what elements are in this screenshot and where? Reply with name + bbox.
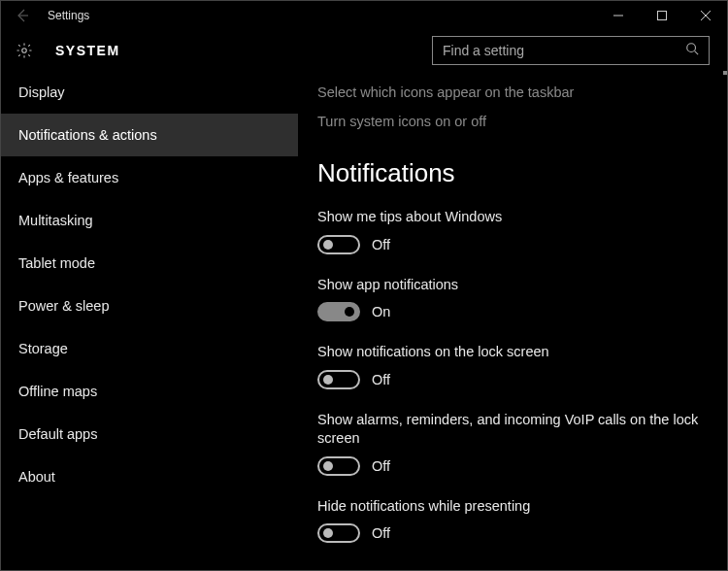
sidebar-item-label: Display xyxy=(18,84,65,100)
scroll-up-indicator[interactable] xyxy=(723,71,727,79)
link-system-icons[interactable]: Turn system icons on or off xyxy=(317,114,708,129)
section-title: SYSTEM xyxy=(55,43,120,58)
toggle-row: On xyxy=(317,302,708,321)
titlebar: Settings xyxy=(1,1,727,30)
toggle-row: Off xyxy=(317,456,708,476)
sidebar-item-label: Power & sleep xyxy=(18,298,110,314)
sidebar-item-offline-maps[interactable]: Offline maps xyxy=(1,370,298,413)
svg-point-1 xyxy=(22,49,27,53)
toggle-state: Off xyxy=(372,372,390,387)
sidebar-item-multitasking[interactable]: Multitasking xyxy=(1,199,298,242)
close-button[interactable] xyxy=(683,1,727,30)
link-select-taskbar-icons[interactable]: Select which icons appear on the taskbar xyxy=(317,84,708,100)
setting-label: Show notifications on the lock screen xyxy=(317,343,708,362)
toggle-state: On xyxy=(372,304,390,319)
setting-label: Show me tips about Windows xyxy=(317,208,708,227)
settings-header: SYSTEM xyxy=(1,30,727,71)
sidebar-item-label: Default apps xyxy=(18,426,97,442)
window-controls xyxy=(596,1,727,30)
toggle-knob xyxy=(323,240,333,250)
setting-label: Show app notifications xyxy=(317,276,708,295)
window-title: Settings xyxy=(44,9,89,22)
toggle-row: Off xyxy=(317,235,708,254)
search-box[interactable] xyxy=(432,36,710,65)
search-input[interactable] xyxy=(443,43,685,58)
sidebar-item-label: Offline maps xyxy=(18,384,97,399)
sidebar-item-tablet-mode[interactable]: Tablet mode xyxy=(1,242,298,285)
toggle-knob xyxy=(345,307,354,317)
toggle-row: Off xyxy=(317,370,708,389)
toggle-state: Off xyxy=(372,237,390,252)
search-icon xyxy=(685,42,699,59)
setting-label: Hide notifications while presenting xyxy=(317,497,708,517)
sidebar-item-storage[interactable]: Storage xyxy=(1,327,298,370)
sidebar-item-about[interactable]: About xyxy=(1,455,298,498)
sidebar-item-label: Apps & features xyxy=(18,170,118,185)
sidebar-item-label: Storage xyxy=(18,341,68,356)
setting-alarms-lock-screen: Show alarms, reminders, and incoming VoI… xyxy=(317,411,708,476)
sidebar-item-label: Notifications & actions xyxy=(18,127,157,143)
toggle-tips[interactable] xyxy=(317,235,360,254)
notifications-heading: Notifications xyxy=(317,158,708,188)
setting-lock-screen: Show notifications on the lock screen Of… xyxy=(317,343,708,389)
sidebar-item-label: Tablet mode xyxy=(18,255,95,271)
setting-label: Show alarms, reminders, and incoming VoI… xyxy=(317,411,708,449)
main-content: Select which icons appear on the taskbar… xyxy=(298,71,727,570)
gear-icon xyxy=(15,41,34,60)
sidebar-item-label: Multitasking xyxy=(18,213,93,228)
toggle-row: Off xyxy=(317,523,708,543)
maximize-icon xyxy=(657,11,667,20)
minimize-icon xyxy=(613,11,623,20)
body: Display Notifications & actions Apps & f… xyxy=(1,71,727,570)
toggle-hide-presenting[interactable] xyxy=(317,523,360,543)
sidebar: Display Notifications & actions Apps & f… xyxy=(1,71,298,570)
back-button[interactable] xyxy=(1,1,44,30)
toggle-app-notifications[interactable] xyxy=(317,302,360,321)
sidebar-item-notifications-actions[interactable]: Notifications & actions xyxy=(1,114,298,156)
toggle-knob xyxy=(323,528,333,538)
svg-rect-0 xyxy=(657,12,666,20)
close-icon xyxy=(701,11,711,20)
back-arrow-icon xyxy=(15,8,30,23)
setting-tips: Show me tips about Windows Off xyxy=(317,208,708,254)
sidebar-item-display[interactable]: Display xyxy=(1,71,298,114)
maximize-button[interactable] xyxy=(640,1,683,30)
sidebar-item-label: About xyxy=(18,469,55,485)
sidebar-item-power-sleep[interactable]: Power & sleep xyxy=(1,285,298,327)
svg-point-2 xyxy=(687,44,696,52)
setting-app-notifications: Show app notifications On xyxy=(317,276,708,322)
toggle-alarms-lock-screen[interactable] xyxy=(317,456,360,476)
settings-window: Settings SYSTEM Display Notif xyxy=(0,0,728,571)
toggle-knob xyxy=(323,375,333,385)
toggle-state: Off xyxy=(372,458,390,474)
toggle-state: Off xyxy=(372,525,390,541)
setting-hide-presenting: Hide notifications while presenting Off xyxy=(317,497,708,544)
toggle-knob xyxy=(323,461,333,471)
sidebar-item-default-apps[interactable]: Default apps xyxy=(1,413,298,455)
toggle-lock-screen[interactable] xyxy=(317,370,360,389)
sidebar-item-apps-features[interactable]: Apps & features xyxy=(1,156,298,199)
minimize-button[interactable] xyxy=(596,1,640,30)
